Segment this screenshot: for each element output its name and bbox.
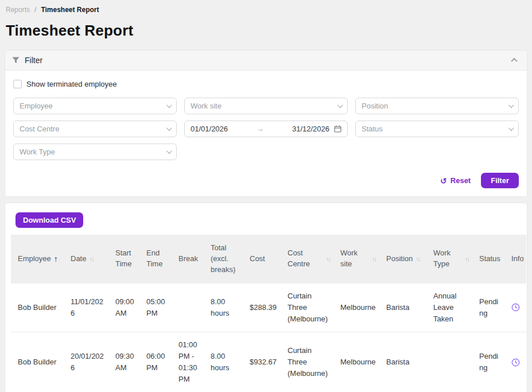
- cell-status: Pending: [475, 284, 507, 332]
- filter-panel-body: Show terminated employee Employee Work s…: [5, 71, 527, 196]
- cell-position: Barista: [382, 332, 429, 392]
- column-header-total: Total (excl. breaks): [206, 235, 245, 284]
- cell-work-type: Annual Leave Taken: [429, 284, 475, 332]
- column-header-start-time: Start Time: [111, 235, 142, 284]
- filter-actions: ↺ Reset Filter: [13, 173, 519, 188]
- cell-cost: $932.67: [245, 332, 283, 392]
- cell-end-time: 05:00 PM: [142, 284, 174, 332]
- date-range-start[interactable]: 01/01/2026: [191, 125, 228, 133]
- chevron-down-icon: [166, 148, 172, 154]
- breadcrumb: Reports / Timesheet Report: [5, 5, 527, 14]
- sort-ascending-icon: ↑: [54, 254, 58, 263]
- calendar-icon: [334, 125, 341, 133]
- status-select[interactable]: Status: [355, 121, 519, 137]
- table-header-row: Employee↑ Date↑↓ Start Time End Time Bre…: [11, 235, 526, 284]
- date-range-end[interactable]: 31/12/2026: [292, 125, 329, 133]
- column-header-break: Break: [174, 235, 206, 284]
- column-header-cost-centre[interactable]: Cost Centre↑↓: [283, 235, 336, 284]
- cell-cost: $288.39: [245, 284, 283, 332]
- column-header-position[interactable]: Position↑↓: [382, 235, 429, 284]
- cell-employee: Bob Builder: [11, 284, 66, 332]
- table-row: Bob Builder 20/01/2026 09:30 AM 06:00 PM…: [11, 332, 526, 392]
- column-header-work-type[interactable]: Work Type↑↓: [429, 235, 475, 284]
- chevron-down-icon: [166, 125, 172, 131]
- cell-cost-centre: Curtain Three (Melbourne): [283, 332, 336, 392]
- breadcrumb-current: Timesheet Report: [41, 6, 99, 14]
- cell-break: [174, 284, 206, 332]
- sort-icon: ↑↓: [415, 255, 421, 262]
- chevron-down-icon: [508, 125, 514, 131]
- timesheet-table: Employee↑ Date↑↓ Start Time End Time Bre…: [11, 235, 526, 392]
- employee-select[interactable]: Employee: [13, 98, 177, 114]
- chevron-down-icon: [166, 102, 172, 108]
- history-clock-icon[interactable]: [511, 358, 522, 367]
- cell-total: 8.00 hours: [206, 284, 245, 332]
- filter-fields-grid: Employee Work site Position Cost Centre …: [13, 98, 519, 160]
- collapse-panel-button[interactable]: [508, 55, 520, 66]
- status-select-placeholder: Status: [362, 125, 508, 133]
- column-header-work-site[interactable]: Work site↑↓: [336, 235, 382, 284]
- cell-break: 01:00 PM - 01:30 PM: [174, 332, 206, 392]
- cell-position: Barista: [382, 284, 429, 332]
- work-site-select[interactable]: Work site: [184, 98, 348, 114]
- cell-end-time: 06:00 PM: [142, 332, 174, 392]
- cell-work-site: Melbourne: [336, 284, 382, 332]
- column-header-end-time: End Time: [142, 235, 174, 284]
- reset-button[interactable]: ↺ Reset: [440, 176, 471, 185]
- cell-info: [507, 332, 526, 392]
- position-select[interactable]: Position: [355, 98, 519, 114]
- work-type-select-placeholder: Work Type: [20, 148, 166, 156]
- history-clock-icon[interactable]: [511, 303, 522, 312]
- breadcrumb-separator: /: [34, 6, 36, 14]
- column-header-employee[interactable]: Employee↑: [11, 235, 66, 284]
- date-range-arrow-icon: →: [232, 125, 288, 133]
- download-csv-button[interactable]: Download CSV: [15, 212, 83, 228]
- cell-start-time: 09:30 AM: [111, 332, 142, 392]
- cell-start-time: 09:00 AM: [111, 284, 142, 332]
- work-type-select[interactable]: Work Type: [13, 143, 177, 160]
- employee-select-placeholder: Employee: [20, 102, 166, 110]
- column-header-cost: Cost: [245, 235, 283, 284]
- cost-centre-select[interactable]: Cost Centre: [13, 121, 177, 137]
- sort-icon: ↑↓: [465, 255, 470, 262]
- filter-apply-button[interactable]: Filter: [481, 173, 519, 188]
- cell-cost-centre: Curtain Three (Melbourne): [283, 284, 336, 332]
- show-terminated-checkbox[interactable]: [13, 80, 22, 88]
- reset-refresh-icon: ↺: [440, 177, 447, 185]
- filter-funnel-icon: [12, 57, 20, 64]
- filter-panel: Filter Show terminated employee Employee…: [5, 50, 527, 197]
- cell-work-type: [429, 332, 475, 392]
- work-site-select-placeholder: Work site: [191, 102, 337, 110]
- results-panel: Download CSV Employee↑ Date↑↓ Start Time…: [5, 203, 527, 392]
- column-header-status: Status: [475, 235, 507, 284]
- cell-employee: Bob Builder: [11, 332, 66, 392]
- position-select-placeholder: Position: [362, 102, 508, 110]
- cell-info: [507, 284, 526, 332]
- chevron-down-icon: [508, 102, 514, 108]
- cell-work-site: Melbourne: [336, 332, 382, 392]
- breadcrumb-reports-link[interactable]: Reports: [6, 6, 30, 14]
- cell-date: 11/01/2026: [66, 284, 111, 332]
- column-header-date[interactable]: Date↑↓: [66, 235, 111, 284]
- chevron-down-icon: [337, 102, 343, 108]
- chevron-up-icon: [511, 58, 517, 64]
- filter-panel-title: Filter: [25, 56, 42, 65]
- sort-icon: ↑↓: [89, 255, 94, 262]
- filter-panel-header[interactable]: Filter: [5, 51, 527, 71]
- sort-icon: ↑↓: [326, 255, 331, 262]
- table-row: Bob Builder 11/01/2026 09:00 AM 05:00 PM…: [11, 284, 526, 332]
- cell-status: Pending: [475, 332, 507, 392]
- cell-date: 20/01/2026: [66, 332, 111, 392]
- show-terminated-row: Show terminated employee: [13, 80, 519, 88]
- reset-button-label: Reset: [451, 176, 471, 185]
- cell-total: 8.00 hours: [206, 332, 245, 392]
- sort-icon: ↑↓: [372, 255, 377, 262]
- page-title: Timesheet Report: [5, 14, 527, 50]
- show-terminated-label: Show terminated employee: [26, 80, 117, 88]
- column-header-info: Info: [507, 235, 526, 284]
- cost-centre-select-placeholder: Cost Centre: [20, 125, 166, 133]
- date-range-picker[interactable]: 01/01/2026 → 31/12/2026: [184, 121, 348, 137]
